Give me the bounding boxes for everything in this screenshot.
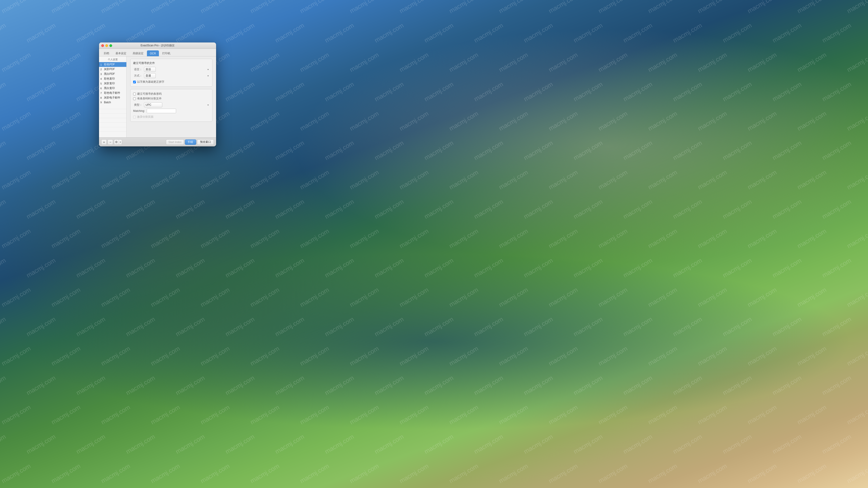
sidebar-item-num-2: 3 xyxy=(100,73,104,75)
matching-row: Matching: xyxy=(133,109,210,113)
barcode-section: 建立可搜寻的条形码 有条形码时分割文件 类型： UPC QR Code Code… xyxy=(130,89,213,122)
tab-归档[interactable]: 归档 xyxy=(101,51,112,56)
type-select[interactable]: UPC QR Code Code 128 EAN xyxy=(144,102,162,107)
sidebar-item-num-0: 1 xyxy=(100,63,104,66)
main-content: 个人设置 1彩色PDF2灰阶PDF3黑白PDF4彩色复印5灰阶复印6黑白复印7彩… xyxy=(99,57,216,137)
sidebar-item-label-3: 彩色复印 xyxy=(104,77,115,80)
sidebar-item-2[interactable]: 3黑白PDF xyxy=(99,72,126,76)
sidebar-item-label-2: 黑白PDF xyxy=(104,72,115,76)
sidebar-item-label-4: 灰阶复印 xyxy=(104,82,115,86)
split-file-label: 有条形码时分割文件 xyxy=(137,97,162,101)
tab-ocr[interactable]: OCR xyxy=(147,51,159,56)
sidebar-item-6[interactable]: 7彩色电子邮件 xyxy=(99,91,126,95)
sidebar-item-num-8: 9 xyxy=(100,101,104,104)
sidebar-item-num-6: 7 xyxy=(100,92,104,94)
search-barcode-checkbox[interactable] xyxy=(133,93,136,95)
sidebar-empty-4 xyxy=(99,123,126,127)
sidebar-item-1[interactable]: 2灰阶PDF xyxy=(99,67,126,72)
sidebar-empty-2 xyxy=(99,113,126,118)
sidebar-item-7[interactable]: 8灰阶电子邮件 xyxy=(99,95,126,100)
start-index-button[interactable]: Start Index xyxy=(166,139,184,145)
matching-input[interactable] xyxy=(147,109,176,113)
mode-label: 方式： xyxy=(133,74,142,78)
sidebar-empty-5 xyxy=(99,127,126,132)
language-select-arrow: ▾ xyxy=(208,68,209,71)
dict-checkbox-row: 以字典为基础更正拼字 xyxy=(133,79,210,84)
scan-button[interactable]: 扫捉 xyxy=(185,139,196,145)
tab-基本设定[interactable]: 基本设定 xyxy=(113,51,129,56)
gear-icon: ⚙ xyxy=(114,140,119,144)
mode-select-arrow: ▾ xyxy=(208,74,209,77)
add-icon: + xyxy=(103,140,105,144)
split-file-checkbox[interactable] xyxy=(133,97,136,100)
gear-button[interactable]: ⚙ ▾ xyxy=(114,139,122,145)
sidebar-item-num-4: 5 xyxy=(100,82,104,85)
start-index-label: Start Index xyxy=(168,140,182,144)
dict-checkbox[interactable] xyxy=(133,80,136,84)
searchable-file-section: 建立可搜寻的文件 语言： 英语 中文 日语 ▾ 方式： xyxy=(130,59,213,87)
traffic-lights xyxy=(101,44,112,47)
sidebar-empty-0 xyxy=(99,105,126,109)
sidebar-item-num-5: 6 xyxy=(100,87,104,90)
matching-label: Matching: xyxy=(133,109,145,112)
language-row: 语言： 英语 中文 日语 ▾ xyxy=(133,67,210,72)
dialog-window: ExactScan Pro - 沙沙扫描仪 归档 基本设定 高级设定 OCR 打… xyxy=(99,42,216,147)
preview-label: 预览窗口 xyxy=(200,140,211,144)
sidebar-item-4[interactable]: 5灰阶复印 xyxy=(99,81,126,86)
sidebar-item-0[interactable]: 1彩色PDF xyxy=(99,62,126,67)
tab-bar: 归档 基本设定 高级设定 OCR 打印机 xyxy=(99,49,216,57)
type-label: 类型： xyxy=(133,103,142,107)
searchable-file-title: 建立可搜寻的文件 xyxy=(133,61,210,65)
sidebar-empty-1 xyxy=(99,109,126,113)
preview-button[interactable]: 预览窗口 xyxy=(197,139,214,145)
language-select[interactable]: 英语 中文 日语 xyxy=(144,67,156,72)
sidebar-item-label-8: Batch xyxy=(104,101,111,104)
close-button[interactable] xyxy=(101,44,104,47)
diff-split-checkbox xyxy=(133,116,136,119)
window-title: ExactScan Pro - 沙沙扫描仪 xyxy=(141,43,175,47)
split-file-row: 有条形码时分割文件 xyxy=(133,96,210,101)
diff-split-row: 敌异分割页面 xyxy=(133,115,210,119)
sidebar-item-label-5: 黑白复印 xyxy=(104,86,115,90)
sidebar-item-label-6: 彩色电子邮件 xyxy=(104,91,120,95)
right-panel: 建立可搜寻的文件 语言： 英语 中文 日语 ▾ 方式： xyxy=(127,57,216,137)
sidebar-list: 1彩色PDF2灰阶PDF3黑白PDF4彩色复印5灰阶复印6黑白复印7彩色电子邮件… xyxy=(99,62,126,137)
dict-label: 以字典为基础更正拼字 xyxy=(137,80,164,84)
sidebar-item-num-1: 2 xyxy=(100,68,104,71)
language-label: 语言： xyxy=(133,68,142,71)
maximize-button[interactable] xyxy=(110,44,112,47)
remove-button[interactable]: − xyxy=(107,139,113,145)
sidebar-item-label-1: 灰阶PDF xyxy=(104,67,115,71)
sidebar-item-3[interactable]: 4彩色复印 xyxy=(99,76,126,81)
search-barcode-label: 建立可搜寻的条形码 xyxy=(137,92,162,96)
sidebar-item-num-3: 4 xyxy=(100,77,104,80)
sidebar-item-8[interactable]: 9Batch xyxy=(99,100,126,105)
sidebar-empty-3 xyxy=(99,118,126,123)
sidebar-item-label-7: 灰阶电子邮件 xyxy=(104,96,120,100)
sidebar: 个人设置 1彩色PDF2灰阶PDF3黑白PDF4彩色复印5灰阶复印6黑白复印7彩… xyxy=(99,57,127,137)
add-button[interactable]: + xyxy=(101,139,107,145)
type-select-arrow: ▾ xyxy=(208,104,209,106)
tab-打印机[interactable]: 打印机 xyxy=(159,51,174,56)
sidebar-item-num-7: 8 xyxy=(100,96,104,99)
sidebar-header: 个人设置 xyxy=(99,57,126,62)
type-row: 类型： UPC QR Code Code 128 EAN ▾ xyxy=(133,102,210,107)
mode-select-wrapper: 普通 快速 精确 ▾ xyxy=(144,73,210,78)
mode-select[interactable]: 普通 快速 精确 xyxy=(144,73,156,78)
bottom-toolbar: + − ⚙ ▾ Start Index 扫捉 预览窗口 xyxy=(99,137,216,147)
tab-高级设定[interactable]: 高级设定 xyxy=(130,51,147,56)
language-select-wrapper: 英语 中文 日语 ▾ xyxy=(144,67,210,72)
gear-chevron-icon: ▾ xyxy=(119,140,122,144)
diff-split-label: 敌异分割页面 xyxy=(137,115,153,119)
search-barcode-row: 建立可搜寻的条形码 xyxy=(133,92,210,96)
title-bar: ExactScan Pro - 沙沙扫描仪 xyxy=(99,42,216,49)
sidebar-item-label-0: 彩色PDF xyxy=(104,63,115,66)
type-select-wrapper: UPC QR Code Code 128 EAN ▾ xyxy=(144,102,210,107)
minimize-button[interactable] xyxy=(105,44,108,47)
mode-row: 方式： 普通 快速 精确 ▾ xyxy=(133,73,210,78)
scan-label: 扫捉 xyxy=(188,140,193,144)
remove-icon: − xyxy=(110,140,111,144)
sidebar-item-5[interactable]: 6黑白复印 xyxy=(99,86,126,91)
